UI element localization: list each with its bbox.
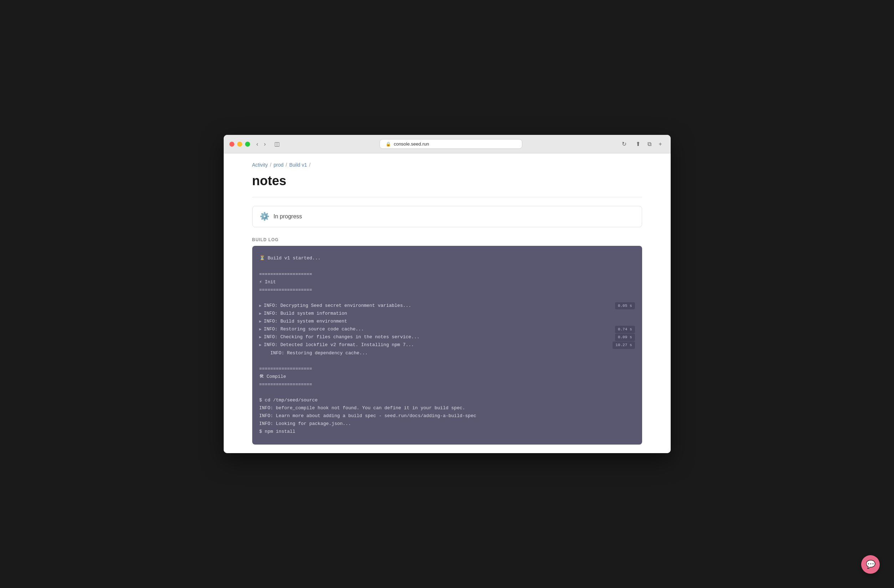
page-title: notes	[252, 174, 642, 188]
chevron-right-icon: ▶	[259, 310, 262, 317]
log-line: ===================	[259, 365, 635, 373]
log-text: INFO: before_compile hook not found. You…	[259, 404, 635, 412]
chevron-right-icon: ▶	[259, 318, 262, 325]
toolbar-right: ⬆ ⧉ +	[633, 139, 664, 149]
address-bar-container: 🔒 console.seed.run	[286, 139, 615, 149]
status-text: In progress	[273, 213, 302, 220]
log-text: ⚡ Init	[259, 278, 635, 286]
log-line: ===================	[259, 286, 635, 294]
breadcrumb-prod[interactable]: prod	[273, 162, 284, 168]
log-text: INFO: Restoring source code cache...	[264, 325, 615, 333]
traffic-lights	[230, 142, 250, 147]
breadcrumb-build-v1[interactable]: Build v1	[289, 162, 307, 168]
log-text: INFO: Decrypting Seed secret environment…	[264, 302, 615, 310]
browser-chrome: ‹ › ◫ 🔒 console.seed.run ↻ ⬆ ⧉ +	[224, 135, 670, 153]
chevron-right-icon: ▶	[259, 302, 262, 309]
share-button[interactable]: ⬆	[633, 139, 643, 149]
log-entry-build-sys-env[interactable]: ▶ INFO: Build system environment	[259, 317, 635, 325]
log-text: ===================	[259, 365, 635, 373]
log-text: $ cd /tmp/seed/source	[259, 396, 635, 404]
log-line: 🛠 Compile	[259, 373, 635, 381]
log-entry-restore-dep: INFO: Restoring dependency cache...	[259, 349, 635, 357]
log-spacer	[259, 357, 635, 365]
log-text: ⏳ Build v1 started...	[259, 254, 635, 262]
breadcrumb: Activity / prod / Build v1 /	[252, 162, 642, 168]
log-text: 🛠 Compile	[259, 373, 635, 381]
reload-button[interactable]: ↻	[620, 140, 628, 148]
divider	[252, 197, 642, 197]
url-text: console.seed.run	[394, 141, 429, 147]
log-text: INFO: Build system information	[264, 310, 635, 317]
log-line: ⚡ Init	[259, 278, 635, 286]
chevron-right-icon: ▶	[259, 342, 262, 349]
gear-icon: ⚙️	[260, 212, 269, 221]
log-line: ===================	[259, 381, 635, 388]
log-entry-cd: $ cd /tmp/seed/source	[259, 396, 635, 404]
status-card: ⚙️ In progress	[252, 206, 642, 227]
new-tab-button[interactable]: ⧉	[645, 139, 654, 149]
log-text: ===================	[259, 286, 635, 294]
chevron-right-icon: ▶	[259, 326, 262, 333]
traffic-light-fullscreen[interactable]	[245, 142, 250, 147]
log-text: $ npm install	[259, 428, 635, 436]
chevron-right-icon: ▶	[259, 334, 262, 341]
back-button[interactable]: ‹	[254, 140, 260, 148]
breadcrumb-separator-3: /	[309, 162, 310, 168]
log-entry-package-json: INFO: Looking for package.json...	[259, 420, 635, 428]
breadcrumb-separator-2: /	[286, 162, 287, 168]
log-entry-before-compile: INFO: before_compile hook not found. You…	[259, 404, 635, 412]
log-text: INFO: Restoring dependency cache...	[259, 349, 635, 357]
log-line: ===================	[259, 271, 635, 278]
breadcrumb-activity[interactable]: Activity	[252, 162, 268, 168]
page-content: Activity / prod / Build v1 / notes ⚙️ In…	[224, 153, 670, 453]
add-tab-button[interactable]: +	[656, 139, 664, 149]
log-entry-check-files[interactable]: ▶ INFO: Checking for files changes in th…	[259, 333, 635, 341]
nav-buttons: ‹ ›	[254, 140, 268, 148]
log-text: INFO: Learn more about adding a build sp…	[259, 412, 635, 420]
log-text: INFO: Looking for package.json...	[259, 420, 635, 428]
log-entry-npm-install: $ npm install	[259, 428, 635, 436]
address-bar[interactable]: 🔒 console.seed.run	[380, 139, 522, 149]
log-entry-build-spec: INFO: Learn more about adding a build sp…	[259, 412, 635, 420]
log-entry-npm7[interactable]: ▶ INFO: Detected lockfile v2 format. Ins…	[259, 341, 635, 349]
chat-button[interactable]: 💬	[861, 555, 880, 574]
log-text: ===================	[259, 381, 635, 388]
traffic-light-minimize[interactable]	[237, 142, 242, 147]
log-text: INFO: Checking for files changes in the …	[264, 333, 615, 341]
log-text: ===================	[259, 271, 635, 278]
log-time-badge: 0.05 s	[615, 302, 635, 310]
build-log-label: BUILD LOG	[252, 237, 642, 242]
log-entry-restore-src[interactable]: ▶ INFO: Restoring source code cache... 0…	[259, 325, 635, 333]
log-text: INFO: Detected lockfile v2 format. Insta…	[264, 341, 613, 349]
breadcrumb-separator-1: /	[270, 162, 272, 168]
forward-button[interactable]: ›	[262, 140, 268, 148]
chat-icon: 💬	[866, 560, 876, 569]
browser-window: ‹ › ◫ 🔒 console.seed.run ↻ ⬆ ⧉ + Activit…	[224, 135, 670, 453]
traffic-light-close[interactable]	[230, 142, 234, 147]
sidebar-toggle-button[interactable]: ◫	[272, 140, 282, 148]
log-line: ⏳ Build v1 started...	[259, 254, 635, 262]
log-entry-decrypt[interactable]: ▶ INFO: Decrypting Seed secret environme…	[259, 302, 635, 310]
log-spacer	[259, 294, 635, 302]
log-container: ⏳ Build v1 started... ==================…	[252, 246, 642, 444]
log-time-badge: 0.74 s	[615, 326, 635, 333]
log-text: INFO: Build system environment	[264, 317, 635, 325]
log-time-badge: 0.09 s	[615, 334, 635, 341]
log-time-badge: 10.27 s	[613, 342, 635, 349]
log-spacer	[259, 263, 635, 271]
log-entry-build-sys-info[interactable]: ▶ INFO: Build system information	[259, 310, 635, 317]
log-spacer	[259, 388, 635, 396]
lock-icon: 🔒	[386, 142, 391, 147]
